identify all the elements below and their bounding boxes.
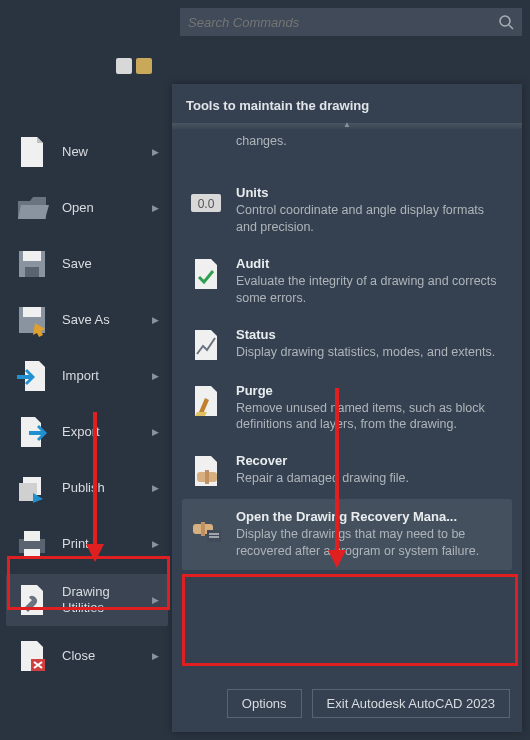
sidebar: New ▶ Open ▶ Save Save As [0,36,172,740]
tool-title: Audit [236,256,506,271]
tool-item-recover[interactable]: Recover Repair a damaged drawing file. [182,443,512,499]
svg-rect-16 [201,522,205,536]
tool-desc: Remove unused named items, such as block… [236,400,506,434]
chevron-right-icon: ▶ [152,539,162,549]
publish-icon [12,468,52,508]
chevron-right-icon: ▶ [152,427,162,437]
recent-icon-2[interactable] [136,58,152,74]
tool-title: Purge [236,383,506,398]
wrench-icon [12,580,52,620]
sidebar-item-label: Close [62,648,152,664]
sidebar-item-label: Open [62,200,152,216]
svg-line-1 [509,25,513,29]
tool-item-prev-fragment[interactable]: changes. [182,129,512,175]
svg-rect-6 [23,307,41,317]
scroll-up-handle[interactable] [172,123,522,129]
tool-desc: Display drawing statistics, modes, and e… [236,344,506,361]
export-icon [12,412,52,452]
close-icon [12,636,52,676]
tools-list: changes. 0.0 Units Control coordinate an… [172,129,522,675]
purge-icon [188,383,224,419]
svg-rect-9 [24,549,40,559]
recovery-manager-icon [188,509,224,545]
panel-title: Tools to maintain the drawing [172,84,522,123]
tool-title: Units [236,185,506,200]
sidebar-item-save[interactable]: Save [6,238,168,290]
sidebar-item-publish[interactable]: Publish ▶ [6,462,168,514]
sidebar-item-label: Publish [62,480,152,496]
recent-docs-icons [116,58,152,74]
chevron-right-icon: ▶ [152,651,162,661]
sidebar-item-label: Import [62,368,152,384]
tool-title: Open the Drawing Recovery Mana... [236,509,506,524]
tool-title: Status [236,327,506,342]
open-icon [12,188,52,228]
sidebar-item-label: Save As [62,312,152,328]
search-icon [498,14,514,30]
svg-rect-4 [25,267,39,277]
sidebar-item-saveas[interactable]: Save As ▶ [6,294,168,346]
chevron-right-icon: ▶ [152,203,162,213]
sidebar-item-import[interactable]: Import ▶ [6,350,168,402]
sidebar-item-open[interactable]: Open ▶ [6,182,168,234]
chevron-right-icon: ▶ [152,483,162,493]
svg-text:0.0: 0.0 [198,197,215,211]
recent-icon-1[interactable] [116,58,132,74]
sidebar-item-label: Export [62,424,152,440]
svg-rect-3 [23,251,41,261]
tool-item-audit[interactable]: Audit Evaluate the integrity of a drawin… [182,246,512,317]
sidebar-item-label: Save [62,256,162,272]
print-icon [12,524,52,564]
units-icon: 0.0 [188,185,224,221]
tool-desc: changes. [236,133,506,150]
import-icon [12,356,52,396]
options-button[interactable]: Options [227,689,302,718]
save-icon [12,244,52,284]
chevron-right-icon: ▶ [152,147,162,157]
tool-item-units[interactable]: 0.0 Units Control coordinate and angle d… [182,175,512,246]
panel-footer: Options Exit Autodesk AutoCAD 2023 [172,675,522,732]
sidebar-item-drawing-utilities[interactable]: Drawing Utilities ▶ [6,574,168,626]
tool-desc: Repair a damaged drawing file. [236,470,506,487]
svg-rect-17 [207,530,221,542]
sidebar-item-print[interactable]: Print ▶ [6,518,168,570]
audit-icon [188,256,224,292]
chevron-right-icon: ▶ [152,315,162,325]
search-bar[interactable] [180,8,522,36]
sidebar-item-export[interactable]: Export ▶ [6,406,168,458]
tool-item-recovery-manager[interactable]: Open the Drawing Recovery Mana... Displa… [182,499,512,570]
new-icon [12,132,52,172]
tool-title: Recover [236,453,506,468]
sidebar-item-label: Drawing Utilities [62,584,152,615]
exit-button[interactable]: Exit Autodesk AutoCAD 2023 [312,689,510,718]
tools-panel: Tools to maintain the drawing changes. 0… [172,84,522,732]
status-icon [188,327,224,363]
chevron-right-icon: ▶ [152,595,162,605]
tool-desc: Control coordinate and angle display for… [236,202,506,236]
recover-icon [188,453,224,489]
svg-point-0 [500,16,510,26]
tool-desc: Evaluate the integrity of a drawing and … [236,273,506,307]
svg-rect-8 [24,531,40,541]
sidebar-item-new[interactable]: New ▶ [6,126,168,178]
chevron-right-icon: ▶ [152,371,162,381]
tool-item-purge[interactable]: Purge Remove unused named items, such as… [182,373,512,444]
tool-item-status[interactable]: Status Display drawing statistics, modes… [182,317,512,373]
search-input[interactable] [188,15,498,30]
sidebar-item-label: Print [62,536,152,552]
svg-rect-14 [205,470,209,484]
sidebar-item-close[interactable]: Close ▶ [6,630,168,682]
saveas-icon [12,300,52,340]
tool-desc: Display the drawings that may need to be… [236,526,506,560]
sidebar-item-label: New [62,144,152,160]
